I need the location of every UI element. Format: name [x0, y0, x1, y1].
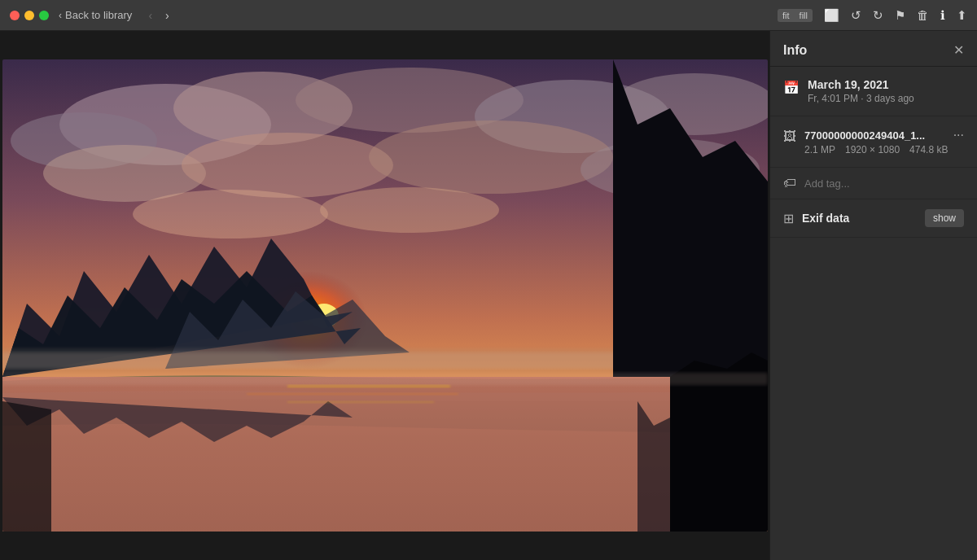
image-icon: 🖼 [783, 129, 796, 144]
nav-prev-button[interactable]: ‹ [145, 7, 156, 24]
date-section: 📅 March 19, 2021 Fr, 4:01 PM · 3 days ag… [770, 67, 977, 116]
tag-row: 🏷 [783, 176, 964, 190]
svg-rect-18 [287, 385, 450, 387]
photo-viewer[interactable] [0, 31, 769, 560]
exif-row: ⊞ Exif data show [783, 209, 964, 227]
svg-rect-21 [2, 373, 768, 385]
zoom-fit-button[interactable]: fit [778, 9, 795, 22]
exif-icon: ⊞ [783, 211, 794, 226]
file-info-section: 🖼 770000000002494​04_1... ··· 2.1 MP 192… [770, 116, 977, 168]
file-info-row: 🖼 770000000002494​04_1... ··· 2.1 MP 192… [783, 128, 964, 155]
calendar-icon: 📅 [783, 80, 800, 95]
tag-icon: 🏷 [783, 176, 796, 190]
file-text-block: 770000000002494​04_1... ··· 2.1 MP 1920 … [804, 128, 964, 155]
main-content: Info ✕ 📅 March 19, 2021 Fr, 4:01 PM · 3 … [0, 31, 977, 560]
date-primary: March 19, 2021 [808, 78, 964, 91]
tag-section: 🏷 [770, 168, 977, 199]
megapixels-label: 2.1 MP [804, 144, 835, 155]
maximize-button[interactable] [39, 11, 49, 20]
date-row: 📅 March 19, 2021 Fr, 4:01 PM · 3 days ag… [783, 78, 964, 104]
titlebar: ‹ Back to library ‹ › fit fill ⬜ ↺ ↻ ⚑ 🗑… [0, 0, 977, 31]
svg-rect-19 [247, 393, 458, 395]
back-to-library-label: Back to library [65, 9, 132, 21]
back-to-library-button[interactable]: ‹ Back to library [59, 9, 132, 21]
zoom-fill-button[interactable]: fill [795, 9, 813, 22]
filename-label: 770000000002494​04_1... [804, 129, 925, 142]
toolbar-right: fit fill ⬜ ↺ ↻ ⚑ 🗑 ℹ ⬆ [778, 8, 967, 23]
svg-point-14 [320, 187, 499, 233]
exif-section: ⊞ Exif data show [770, 199, 977, 238]
filename-row: 770000000002494​04_1... ··· [804, 128, 964, 142]
traffic-lights [10, 11, 49, 20]
chevron-left-icon: ‹ [59, 10, 62, 21]
photo-scene [2, 59, 768, 532]
info-panel: Info ✕ 📅 March 19, 2021 Fr, 4:01 PM · 3 … [769, 31, 977, 560]
filesize-label: 474.8 kB [909, 144, 948, 155]
crop-icon[interactable]: ⬜ [824, 8, 839, 23]
tag-input[interactable] [804, 177, 964, 190]
minimize-button[interactable] [24, 11, 34, 20]
svg-point-13 [133, 190, 328, 238]
show-exif-button[interactable]: show [925, 209, 964, 227]
flag-icon[interactable]: ⚑ [895, 8, 905, 23]
trash-icon[interactable]: 🗑 [917, 8, 929, 22]
svg-point-11 [369, 120, 613, 194]
info-close-button[interactable]: ✕ [953, 42, 964, 58]
photo-container [0, 31, 769, 560]
svg-point-10 [182, 133, 393, 198]
resolution-label: 1920 × 1080 [845, 144, 900, 155]
info-panel-title: Info [783, 43, 807, 58]
file-meta: 2.1 MP 1920 × 1080 474.8 kB [804, 144, 964, 155]
date-secondary: Fr, 4:01 PM · 3 days ago [808, 93, 964, 104]
info-icon[interactable]: ℹ [940, 8, 945, 23]
exif-label: Exif data [802, 212, 917, 225]
date-text-block: March 19, 2021 Fr, 4:01 PM · 3 days ago [808, 78, 964, 104]
info-header: Info ✕ [770, 31, 977, 67]
nav-arrows: ‹ › [145, 7, 172, 24]
more-options-icon[interactable]: ··· [953, 128, 964, 142]
close-button[interactable] [10, 11, 20, 20]
rotate-left-icon[interactable]: ↺ [851, 8, 861, 23]
share-icon[interactable]: ⬆ [957, 8, 967, 23]
nav-next-button[interactable]: › [162, 7, 173, 24]
zoom-controls: fit fill [778, 9, 813, 22]
svg-rect-20 [287, 401, 434, 403]
rotate-right-icon[interactable]: ↻ [873, 8, 883, 23]
